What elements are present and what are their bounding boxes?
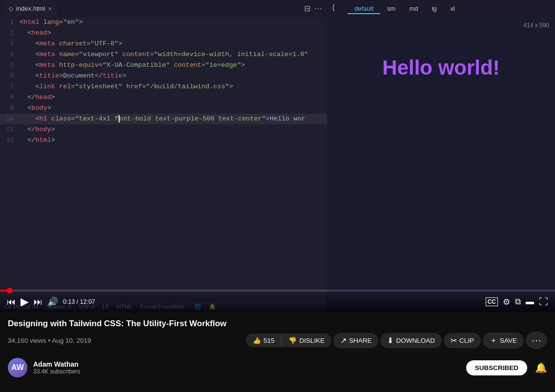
channel-avatar[interactable]: AW [8, 358, 27, 377]
preview-pane: ⟨ default sm md lg xl 414 x 590 Hello wo… [327, 0, 555, 312]
miniplayer-button[interactable]: ⧉ [515, 297, 521, 307]
clip-button[interactable]: ✂ CLIP [444, 333, 481, 348]
code-line-2: 2 <head> [0, 28, 327, 39]
breakpoint-lg[interactable]: lg [425, 3, 443, 14]
code-line-10: 10 <h1 class="text-4xl font-bold text-pu… [0, 114, 327, 124]
preview-back-icon[interactable]: ⟨ [332, 3, 335, 12]
save-icon: ＋ [490, 335, 497, 346]
download-label: DOWNLOAD [396, 337, 435, 344]
more-button[interactable]: ⋯ [526, 332, 547, 349]
split-editor-icon[interactable]: ⊟ [304, 4, 310, 13]
right-controls: CC ⚙ ⧉ ▬ ⛶ [486, 296, 548, 307]
save-button[interactable]: ＋ SAVE [483, 333, 524, 349]
code-line-9: 9 <body> [0, 103, 327, 114]
like-button[interactable]: 👍 515 [246, 333, 282, 347]
play-button[interactable]: ▶ [21, 295, 29, 308]
preview-toolbar: ⟨ default sm md lg xl [327, 0, 555, 17]
dislike-button[interactable]: 👎 DISLIKE [282, 333, 331, 347]
code-line-7: 7 <link rel="stylesheet" href="/build/ta… [0, 81, 327, 92]
view-count: 34,160 views • Aug 10, 2019 [8, 337, 91, 344]
channel-row: AW Adam Wathan 33.4K subscribers SUBSCRI… [0, 353, 555, 382]
file-icon: ◇ [9, 5, 13, 12]
bell-icon: 🔔 [535, 362, 547, 373]
like-dislike-group: 👍 515 👎 DISLIKE [246, 333, 331, 347]
video-info: Designing with Tailwind CSS: The Utility… [0, 312, 555, 353]
share-label: SHARE [349, 337, 372, 344]
tab-close-button[interactable]: × [48, 5, 52, 12]
breakpoint-default[interactable]: default [348, 3, 380, 14]
breakpoint-sm[interactable]: sm [380, 3, 402, 14]
breakpoint-md[interactable]: md [402, 3, 425, 14]
volume-button[interactable]: 🔊 [47, 296, 58, 307]
tab-filename: index.html [16, 5, 45, 12]
channel-name[interactable]: Adam Wathan [33, 360, 460, 368]
player-controls: ⏮ ▶ ⏭ 🔊 0:13 / 12:07 CC ⚙ ⧉ ▬ ⛶ [0, 292, 555, 312]
download-icon: ⬇ [387, 336, 393, 345]
video-container: ◇ index.html × ⊟ ⋯ 1 <html lang="en"> 2 … [0, 0, 555, 312]
code-line-6: 6 <title>Document</title> [0, 71, 327, 81]
editor-tab[interactable]: ◇ index.html × [4, 0, 57, 17]
clip-icon: ✂ [451, 336, 457, 345]
code-line-5: 5 <meta http-equiv="X-UA-Compatible" con… [0, 60, 327, 71]
code-line-3: 3 <meta charset="UTF-8"> [0, 39, 327, 49]
settings-button[interactable]: ⚙ [503, 297, 510, 307]
current-time: 0:13 / 12:07 [63, 298, 95, 305]
skip-next-button[interactable]: ⏭ [34, 297, 42, 307]
skip-prev-button[interactable]: ⏮ [7, 297, 16, 307]
bell-button[interactable]: 🔔 [535, 362, 547, 373]
preview-hello-world: Hello world! [382, 56, 499, 79]
download-button[interactable]: ⬇ DOWNLOAD [380, 333, 442, 348]
save-label: SAVE [500, 337, 517, 344]
cc-button[interactable]: CC [486, 297, 498, 306]
dislike-icon: 👎 [288, 336, 297, 344]
more-options-icon[interactable]: ⋯ [314, 4, 322, 13]
code-line-1: 1 <html lang="en"> [0, 17, 327, 28]
code-editor-pane: ◇ index.html × ⊟ ⋯ 1 <html lang="en"> 2 … [0, 0, 327, 312]
preview-content: Hello world! [327, 17, 555, 312]
code-editor-body: 1 <html lang="en"> 2 <head> 3 <meta char… [0, 17, 327, 146]
share-button[interactable]: ↗ SHARE [333, 333, 379, 348]
tab-bar: ◇ index.html × ⊟ ⋯ [0, 0, 327, 17]
subscriber-count: 33.4K subscribers [33, 368, 460, 375]
editor-toolbar: ⊟ ⋯ [304, 4, 322, 13]
fullscreen-button[interactable]: ⛶ [539, 296, 548, 307]
video-title: Designing with Tailwind CSS: The Utility… [8, 319, 547, 329]
preview-size: 414 x 590 [523, 22, 549, 29]
share-icon: ↗ [340, 336, 347, 345]
more-icon: ⋯ [532, 334, 541, 346]
like-count: 515 [264, 337, 275, 344]
code-line-11: 11 </body> [0, 124, 327, 135]
code-line-12: 12 </html> [0, 135, 327, 146]
like-icon: 👍 [253, 336, 261, 344]
clip-label: CLIP [459, 337, 474, 344]
video-meta-row: 34,160 views • Aug 10, 2019 👍 515 👎 DISL… [8, 332, 547, 349]
code-line-4: 4 <meta name="viewport" content="width=d… [0, 49, 327, 60]
subscribe-button[interactable]: SUBSCRIBED [466, 360, 527, 375]
theater-button[interactable]: ▬ [526, 297, 534, 307]
breakpoint-xl[interactable]: xl [444, 3, 462, 14]
action-buttons: 👍 515 👎 DISLIKE ↗ SHARE ⬇ DOWNLOAD ✂ CLI… [246, 332, 547, 349]
code-line-8: 8 </head> [0, 92, 327, 103]
channel-info: Adam Wathan 33.4K subscribers [33, 360, 460, 375]
dislike-label: DISLIKE [299, 337, 325, 344]
